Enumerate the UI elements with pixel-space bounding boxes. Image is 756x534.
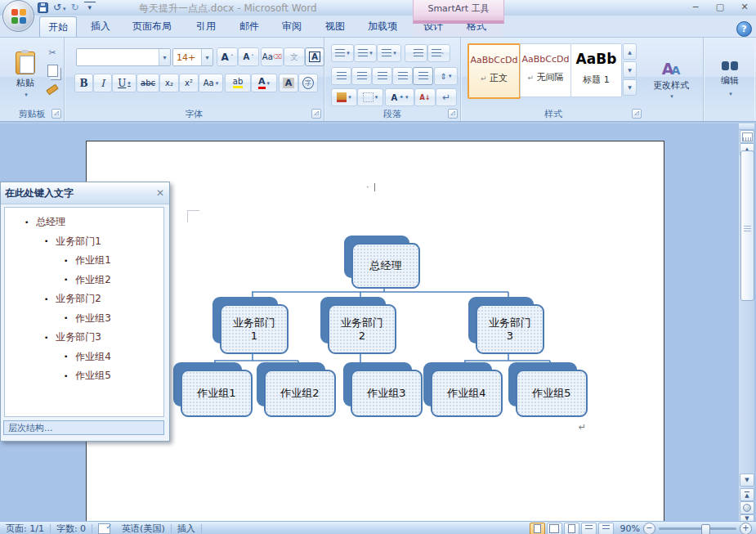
web-layout-view-button[interactable] (564, 523, 579, 534)
strikethrough-button[interactable]: abc (136, 74, 159, 92)
bullets-button[interactable]: ▾ (331, 44, 354, 62)
editing-button[interactable]: 编辑 ▾ (710, 43, 749, 116)
numbering-button[interactable]: ▾ (354, 44, 377, 62)
smartart-node-team2[interactable]: 作业组2 (264, 370, 333, 414)
tab-review[interactable]: 审阅 (274, 16, 310, 37)
styles-dialog-launcher[interactable]: ◿ (632, 109, 642, 119)
previous-page-button[interactable]: ▲ (740, 488, 754, 501)
scroll-down-button[interactable]: ▼ (740, 473, 754, 487)
line-spacing-button[interactable]: ⇕▾ (434, 67, 458, 85)
grow-font-button[interactable]: A˄ (217, 47, 238, 66)
shading-button[interactable]: ▾ (331, 88, 357, 106)
outline-item[interactable]: •业务部门2 (5, 289, 163, 309)
split-handle[interactable] (739, 123, 754, 130)
zoom-in-button[interactable]: + (740, 523, 752, 534)
styles-scroll-down-icon[interactable]: ▼ (623, 61, 637, 78)
spellcheck-icon[interactable] (98, 523, 110, 534)
tab-addins[interactable]: 加载项 (360, 16, 405, 37)
font-size-dropdown-icon[interactable]: ▾ (201, 49, 212, 65)
smartart-node-dept2[interactable]: 业务部门2 (328, 304, 393, 351)
phonetic-guide-button[interactable]: 文 (284, 47, 305, 66)
text-pane-body[interactable]: •总经理 •业务部门1 •作业组1 •作业组2 •业务部门2 •作业组3 •业务… (4, 207, 164, 417)
zoom-slider[interactable] (659, 527, 736, 530)
print-layout-view-button[interactable] (530, 523, 545, 534)
decrease-indent-button[interactable]: ˄ (405, 44, 427, 62)
smartart-node-team1[interactable]: 作业组1 (181, 370, 249, 414)
show-hide-button[interactable]: ↵ (436, 88, 457, 106)
outline-item[interactable]: •业务部门1 (5, 232, 163, 252)
office-button[interactable] (2, 0, 34, 32)
select-browse-object-button[interactable] (740, 501, 754, 514)
close-button[interactable]: ✕ (736, 2, 753, 12)
character-border-button[interactable]: A (305, 47, 324, 66)
outline-view-button[interactable] (581, 523, 597, 534)
word-count[interactable]: 字数: 0 (56, 523, 86, 534)
align-right-button[interactable] (372, 67, 392, 85)
format-painter-button[interactable] (42, 81, 62, 97)
align-left-button[interactable] (331, 67, 351, 85)
style-card-heading1[interactable]: AaBb 标题 1 (570, 43, 622, 97)
save-icon[interactable] (38, 2, 48, 13)
redo-icon[interactable]: ↻ (71, 1, 79, 15)
cut-button[interactable]: ✂ (42, 44, 62, 61)
paragraph-dialog-launcher[interactable]: ◿ (448, 109, 458, 119)
undo-button[interactable]: ↺▾ (53, 1, 66, 15)
italic-button[interactable]: I (93, 74, 112, 92)
outline-item[interactable]: •作业组5 (5, 366, 163, 386)
tab-insert[interactable]: 插入 (83, 16, 119, 37)
ruler-toggle-button[interactable] (740, 130, 754, 143)
font-color-button[interactable]: A▾ (251, 74, 277, 92)
sort-button[interactable]: A↓ (414, 88, 436, 106)
clear-formatting-button[interactable]: Aa⌫ (261, 47, 284, 66)
styles-more-icon[interactable]: ▼ (623, 79, 637, 96)
text-pane-header[interactable]: 在此处键入文字 ✕ (1, 182, 169, 204)
help-button[interactable]: ? (736, 21, 752, 37)
align-center-button[interactable] (351, 67, 372, 85)
vertical-scrollbar[interactable]: ▲ ▼ ▲ ▼ (738, 123, 754, 521)
zoom-slider-thumb[interactable] (701, 524, 710, 534)
minimize-button[interactable]: − (687, 2, 704, 12)
asian-layout-button[interactable]: A✦▾ (385, 88, 414, 106)
enclose-characters-button[interactable]: 字 (298, 74, 318, 92)
undo-dropdown-icon[interactable]: ▾ (63, 6, 66, 12)
borders-button[interactable]: ▾ (357, 88, 383, 106)
change-case-button[interactable]: Aa▾ (199, 74, 223, 92)
font-name-dropdown-icon[interactable]: ▾ (159, 49, 170, 65)
clipboard-dialog-launcher[interactable]: ◿ (51, 109, 61, 119)
font-dialog-launcher[interactable]: ◿ (311, 109, 321, 119)
shrink-font-button[interactable]: A˅ (238, 47, 259, 66)
page-indicator[interactable]: 页面: 1/1 (6, 523, 44, 534)
subscript-button[interactable]: x₂ (159, 74, 179, 92)
tab-references[interactable]: 引用 (188, 16, 224, 37)
zoom-level[interactable]: 90% (620, 523, 640, 534)
style-card-normal[interactable]: AaBbCcDd ↵ 正文 (467, 43, 521, 99)
outline-item[interactable]: •作业组1 (5, 251, 163, 271)
outline-item[interactable]: •作业组2 (5, 271, 163, 290)
outline-item[interactable]: •业务部门3 (5, 328, 163, 348)
tab-home[interactable]: 开始 (39, 16, 77, 38)
tab-mailings[interactable]: 邮件 (231, 16, 267, 37)
smartart-node-team4[interactable]: 作业组4 (431, 370, 499, 414)
paste-button[interactable]: 粘贴 ▾ (7, 43, 44, 106)
zoom-out-button[interactable]: − (643, 523, 655, 534)
smartart-node-ceo[interactable]: 总经理 (351, 243, 417, 285)
tab-view[interactable]: 视图 (317, 16, 353, 37)
outline-item[interactable]: •作业组3 (5, 309, 163, 329)
scroll-thumb[interactable] (740, 150, 754, 301)
multilevel-list-button[interactable]: ▾ (377, 44, 401, 62)
character-shading-button[interactable]: A (279, 74, 298, 92)
bold-button[interactable]: B (74, 74, 93, 92)
maximize-button[interactable]: ▢ (712, 2, 728, 12)
styles-scroll-up-icon[interactable]: ▲ (623, 43, 637, 60)
smartart-node-team5[interactable]: 作业组5 (516, 370, 584, 414)
underline-button[interactable]: U▾ (112, 74, 136, 92)
smartart-node-dept3[interactable]: 业务部门3 (476, 304, 541, 351)
justify-button[interactable] (392, 67, 413, 85)
smartart-node-team3[interactable]: 作业组3 (351, 370, 419, 414)
tab-page-layout[interactable]: 页面布局 (124, 16, 180, 37)
close-icon[interactable]: ✕ (156, 187, 164, 199)
style-card-no-spacing[interactable]: AaBbCcDd ↵ 无间隔 (520, 43, 571, 97)
highlight-button[interactable]: ab (225, 74, 251, 92)
font-name-combo[interactable]: ▾ (76, 48, 171, 66)
language-indicator[interactable]: 英语(美国) (122, 523, 165, 534)
